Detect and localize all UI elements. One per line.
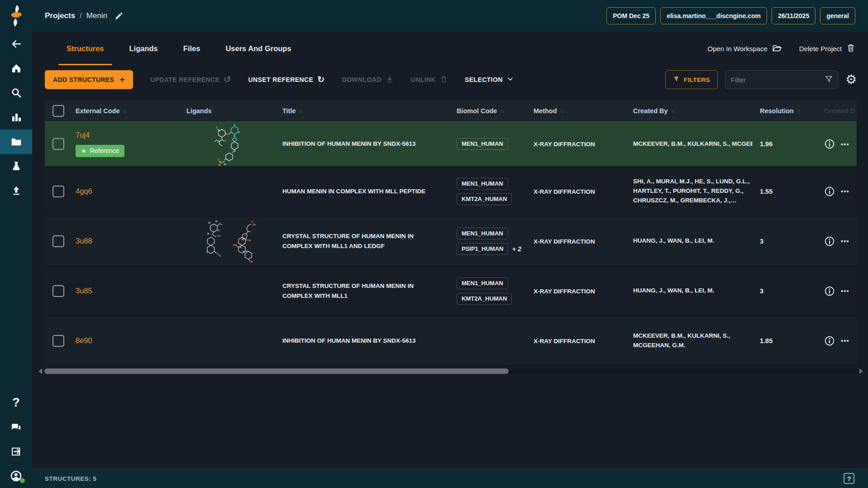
ligand-structure: F O N N N N O N N H S O O (212, 122, 248, 166)
external-code-link[interactable]: 3u85 (76, 287, 178, 295)
update-reference-button[interactable]: UPDATE REFERENCE ↺ (150, 76, 231, 83)
home-icon (11, 63, 22, 74)
sidebar-item-feedback[interactable] (0, 415, 32, 439)
biomol-code-chip[interactable]: MEN1_HUMAN (457, 228, 508, 239)
sort-icon[interactable]: ↑↓ (560, 108, 563, 114)
sort-icon[interactable]: ↑↓ (500, 108, 503, 114)
column-header-method[interactable]: Method↑↓ (534, 107, 633, 115)
help-button[interactable]: ? (844, 473, 854, 484)
svg-text:N: N (218, 229, 219, 231)
biomol-code-chip[interactable]: PSIP1_HUMAN (457, 243, 508, 255)
external-code-link[interactable]: 8e90 (76, 336, 178, 345)
column-header-resolution[interactable]: Resolution↑↓ (760, 107, 814, 115)
info-icon[interactable] (824, 236, 835, 247)
sidebar-item-logout[interactable] (0, 439, 32, 464)
scroll-right-arrow[interactable] (859, 368, 863, 374)
column-header-title[interactable]: Title↑↓ (282, 107, 457, 115)
external-code-link[interactable]: 7uj4 (76, 131, 178, 139)
project-tag[interactable]: general (820, 7, 855, 24)
sidebar-item-account[interactable] (0, 464, 32, 488)
sidebar: ? (0, 0, 32, 488)
table-row[interactable]: 3u85 CRYSTAL STRUCTURE OF HUMAN MENIN IN… (45, 266, 857, 316)
sidebar-item-lab[interactable] (0, 154, 32, 178)
table-settings-gear-icon[interactable]: ⚙ (845, 73, 857, 86)
open-in-workspace-button[interactable]: Open In Workspace (707, 43, 782, 54)
structure-title: HUMAN MENIN IN COMPLEX WITH MLL PEPTIDE (282, 187, 444, 196)
table-row[interactable]: 8e90 INHIBITION OF HUMAN MENIN BY SNDX-5… (45, 316, 857, 366)
created-by-value: HUANG, J., WAN, B., LEI, M. (633, 236, 753, 246)
unset-reference-button[interactable]: UNSET REFERENCE ↻ (248, 76, 324, 83)
table-row[interactable]: 3u88 H H N H OH N O (45, 216, 857, 266)
select-all-checkbox[interactable] (52, 105, 64, 117)
delete-project-button[interactable]: Delete Project (799, 43, 855, 54)
project-tag[interactable]: POM Dec 25 (606, 7, 656, 24)
tab-ligands[interactable]: Ligands (117, 32, 171, 65)
sort-icon[interactable]: ↑↓ (299, 108, 302, 114)
biomol-code-chip[interactable]: KMT2A_HUMAN (457, 293, 512, 305)
logout-icon (10, 446, 22, 457)
resolution-value: 1.96 (760, 140, 773, 148)
row-checkbox[interactable] (52, 186, 64, 197)
biomol-code-chip[interactable]: MEN1_HUMAN (457, 178, 508, 190)
column-header-biomol-code[interactable]: Biomol Code↑↓ (457, 107, 534, 115)
biomol-code-chip[interactable]: KMT2A_HUMAN (457, 193, 512, 205)
project-tag[interactable]: 26/11/2025 (772, 7, 816, 24)
tab-files[interactable]: Files (171, 32, 213, 65)
sidebar-item-search[interactable] (0, 81, 32, 105)
funnel-outline-icon (825, 75, 833, 85)
scroll-left-arrow[interactable] (38, 368, 42, 374)
download-button[interactable]: DOWNLOAD (342, 75, 394, 85)
add-structures-button[interactable]: ADD STRUCTURES + (45, 70, 133, 89)
svg-text:OH: OH (252, 223, 256, 226)
external-code-link[interactable]: 4gq6 (76, 187, 178, 196)
tab-bar: Structures Ligands Files Users And Group… (32, 32, 868, 65)
table-row[interactable]: 4gq6 HUMAN MENIN IN COMPLEX WITH MLL PEP… (45, 167, 857, 216)
sidebar-item-home[interactable] (0, 56, 32, 81)
filters-button[interactable]: FILTERS (665, 70, 718, 89)
resolution-value: 3 (760, 287, 763, 295)
svg-text:O: O (217, 158, 219, 161)
selection-menu-button[interactable]: SELECTION (465, 76, 514, 84)
column-header-external-code[interactable]: External Code↑↓ (72, 107, 178, 115)
sidebar-item-statistics[interactable] (0, 105, 32, 129)
sidebar-item-help[interactable]: ? (0, 390, 32, 415)
back-button[interactable] (0, 32, 32, 56)
breadcrumb-current-project: Menin (86, 11, 107, 20)
sidebar-item-projects[interactable] (0, 129, 32, 154)
biomol-code-chip[interactable]: MEN1_HUMAN (457, 277, 508, 289)
unlink-button[interactable]: UNLINK (411, 75, 448, 85)
sort-icon[interactable]: ↑↓ (123, 108, 126, 114)
row-checkbox[interactable] (52, 335, 64, 347)
filter-input[interactable] (731, 76, 821, 84)
sidebar-item-upload[interactable] (0, 178, 32, 203)
biomol-code-chip[interactable]: MEN1_HUMAN (457, 138, 508, 150)
sort-icon[interactable]: ↑↓ (671, 108, 674, 114)
column-header-created-by[interactable]: Created By↑↓ (633, 107, 760, 115)
edit-project-name-button[interactable] (114, 11, 124, 20)
app-logo[interactable] (0, 0, 32, 32)
row-menu-ellipsis-icon[interactable]: ••• (841, 237, 849, 245)
scrollbar-track[interactable] (43, 368, 858, 374)
info-icon[interactable] (824, 139, 835, 149)
row-menu-ellipsis-icon[interactable]: ••• (841, 287, 849, 295)
row-checkbox[interactable] (52, 138, 64, 150)
row-menu-ellipsis-icon[interactable]: ••• (841, 140, 849, 148)
table-row[interactable]: 7uj4 ★ Reference (45, 121, 857, 167)
filter-input-wrapper (725, 70, 838, 89)
external-code-link[interactable]: 3u88 (76, 237, 178, 245)
scrollbar-thumb[interactable] (44, 368, 509, 374)
row-checkbox[interactable] (52, 235, 64, 247)
sort-icon[interactable]: ↑↓ (797, 108, 800, 114)
info-icon[interactable] (824, 335, 835, 346)
info-icon[interactable] (824, 286, 835, 297)
info-icon[interactable] (824, 186, 835, 197)
tab-users-and-groups[interactable]: Users And Groups (213, 32, 304, 65)
breadcrumb-projects[interactable]: Projects (45, 11, 75, 20)
row-checkbox[interactable] (52, 285, 64, 297)
row-menu-ellipsis-icon[interactable]: ••• (841, 187, 849, 195)
row-menu-ellipsis-icon[interactable]: ••• (841, 337, 849, 344)
column-header-created-date-truncated: Created D (814, 107, 857, 115)
tab-structures[interactable]: Structures (54, 32, 117, 65)
project-tag[interactable]: elisa.martino___discngine.com (660, 7, 767, 24)
folder-open-icon (772, 43, 782, 54)
